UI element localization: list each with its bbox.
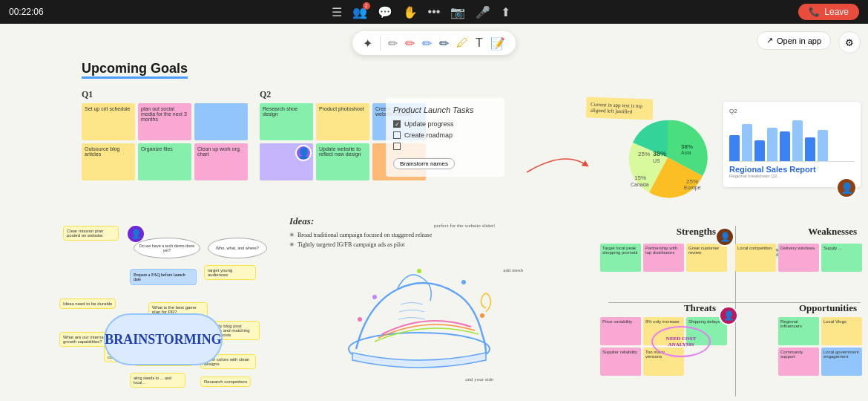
- opportunities-label: Opportunities: [799, 302, 857, 314]
- notification-badge: 2: [363, 2, 370, 10]
- your-side-label: and your side: [465, 376, 493, 382]
- brainstorm-section: 👤 Do we have a tech demo done yet? Who, …: [59, 224, 319, 395]
- settings-button[interactable]: ⚙: [838, 31, 861, 53]
- task-update-progress[interactable]: ✓ Update progress: [393, 120, 497, 128]
- idea-1: ✳ Broad traditional campaign focused on …: [289, 232, 497, 238]
- svg-text:15%: 15%: [634, 175, 646, 181]
- divider: [380, 36, 381, 50]
- brain-node-14: aling needs to ... and local...: [130, 373, 185, 388]
- svg-point-11: [358, 317, 362, 322]
- brain-node-4: Prepare a FAQ before launch date: [130, 269, 197, 285]
- list-item[interactable]: Update website to reflect new design: [316, 143, 369, 180]
- checkbox-unchecked[interactable]: [393, 131, 401, 139]
- list-item[interactable]: [194, 103, 248, 140]
- text-tool[interactable]: T: [476, 36, 483, 50]
- pencil-tool-gray[interactable]: ✏: [388, 36, 398, 50]
- brain-node-5: Clear mission plan posted on website: [63, 226, 119, 241]
- weaknesses-row: Local competition Delivery windows Suppl…: [735, 244, 862, 272]
- highlighter-tool[interactable]: 🖊: [456, 36, 468, 50]
- brain-node-6: Ideas need to be durable: [59, 299, 116, 309]
- list-item[interactable]: Great customer review: [686, 244, 727, 272]
- svg-point-12: [480, 313, 484, 318]
- list-item[interactable]: Community support: [778, 348, 819, 376]
- pencil-tool-blue[interactable]: ✏: [422, 36, 432, 50]
- upcoming-goals-title: Upcoming Goals: [82, 61, 188, 79]
- bar-item: [792, 120, 803, 161]
- note-tool[interactable]: 📝: [490, 36, 505, 50]
- strengths-row: Target local peak shopping promotii Part…: [600, 244, 727, 272]
- threats-avatar: 👤: [719, 306, 738, 325]
- list-item[interactable]: Set up crit schedule: [82, 103, 135, 140]
- chart-title: Regional Sales Report: [729, 165, 855, 174]
- task-create-roadmap[interactable]: Create roadmap: [393, 131, 497, 139]
- list-item[interactable]: Regional influencers: [778, 317, 819, 345]
- list-item[interactable]: Research shoe design: [260, 103, 313, 140]
- brain-node-3: target young audiences: [204, 265, 256, 280]
- strengths-stickies: Target local peak shopping promotii Part…: [600, 241, 727, 272]
- arrow-svg: [519, 143, 594, 180]
- product-launch-section: Product Launch Tasks ✓ Update progress C…: [386, 98, 504, 177]
- leave-button[interactable]: 📞 Leave: [798, 4, 859, 20]
- task-label: Create roadmap: [404, 131, 453, 139]
- list-icon[interactable]: ☰: [332, 5, 342, 19]
- toolbar: ✦ ✏ ✏ ✏ ✏ 🖊 T 📝: [352, 31, 516, 55]
- pencil-tool-dark[interactable]: ✏: [439, 36, 449, 50]
- threats-label: Threats: [684, 302, 716, 314]
- list-item[interactable]: Supplier reliability: [600, 348, 641, 376]
- brainstorm-label: BRAINSTORMING: [105, 332, 222, 348]
- need-cost-analysis: NEED COST ANALYSIS: [651, 326, 711, 357]
- svg-text:38%: 38%: [681, 143, 693, 150]
- list-item[interactable]: Target local peak shopping promotii: [600, 244, 641, 272]
- share-icon[interactable]: ⬆: [501, 5, 510, 19]
- pie-chart-svg: 38% Asia 38% US 25% Europe 15% Canada 25…: [623, 113, 712, 202]
- list-item[interactable]: Organize files: [138, 143, 191, 180]
- weaknesses-label: Weaknesses: [808, 226, 857, 238]
- task-brainstorm[interactable]: [393, 143, 497, 150]
- list-item[interactable]: Price variability: [600, 317, 641, 345]
- bar-chart-section: Q2 Regional Sales Report Regional breakd…: [723, 102, 861, 187]
- list-item[interactable]: Supply ...: [821, 244, 862, 272]
- pie-chart: 38% Asia 38% US 25% Europe 15% Canada 25…: [623, 113, 712, 202]
- mic-icon[interactable]: 🎤: [476, 5, 490, 19]
- opportunities-row-2: Community support Local government engag…: [778, 348, 862, 376]
- svg-point-15: [372, 295, 377, 299]
- chat-icon[interactable]: 💬: [378, 5, 392, 19]
- bar-item: [767, 128, 777, 161]
- checkbox-unchecked2[interactable]: [393, 143, 401, 150]
- bar-item: [729, 135, 740, 161]
- whiteboard[interactable]: ✦ ✏ ✏ ✏ ✏ 🖊 T 📝 ↗ Open in app ⚙ Upcoming…: [0, 24, 868, 401]
- list-item[interactable]: 👤: [260, 143, 313, 180]
- svg-text:38%: 38%: [653, 150, 666, 157]
- more-icon[interactable]: •••: [428, 5, 441, 19]
- bar-item: [742, 124, 752, 161]
- list-item[interactable]: Partnership with top distributors: [643, 244, 684, 272]
- people-icon[interactable]: 👥2: [352, 5, 367, 19]
- list-item[interactable]: Local government engagement: [821, 348, 862, 376]
- topbar-right: 📞 Leave: [798, 4, 859, 20]
- list-item[interactable]: Delivery windows: [778, 244, 819, 272]
- list-item[interactable]: plan out social media for the next 3 mon…: [138, 103, 191, 140]
- pencil-tool-red[interactable]: ✏: [405, 36, 415, 50]
- topbar: 00:22:06 ☰ 👥2 💬 ✋ ••• 📷 🎤 ⬆ 📞 Leave: [0, 0, 868, 24]
- product-launch-title: Product Launch Tasks: [393, 105, 497, 114]
- list-item[interactable]: Outsource blog articles: [82, 143, 135, 180]
- bar-item: [805, 137, 815, 161]
- weaknesses-stickies: Local competition Delivery windows Suppl…: [735, 241, 862, 272]
- brainstorm-names-button[interactable]: Brainstorm names: [393, 158, 455, 169]
- bar-item: [754, 140, 765, 161]
- list-item[interactable]: Clean up work org. chart: [194, 143, 248, 180]
- presenter-avatar: 👤: [836, 177, 857, 198]
- move-tool[interactable]: ✦: [363, 36, 372, 50]
- camera-icon[interactable]: 📷: [450, 5, 465, 19]
- list-item[interactable]: Local Vlogs: [821, 317, 862, 345]
- svg-text:Europe: Europe: [684, 185, 701, 191]
- brain-node-1: Do we have a tech demo done yet?: [134, 238, 200, 258]
- hand-icon[interactable]: ✋: [403, 5, 418, 19]
- shoe-svg: [338, 245, 501, 379]
- list-item[interactable]: Local competition: [735, 244, 776, 272]
- strengths-label: Strengths: [677, 226, 716, 238]
- svg-point-14: [461, 280, 466, 284]
- checkbox-checked[interactable]: ✓: [393, 120, 401, 128]
- open-in-app-button[interactable]: ↗ Open in app: [757, 31, 831, 50]
- list-item[interactable]: Product photoshoot: [316, 103, 369, 140]
